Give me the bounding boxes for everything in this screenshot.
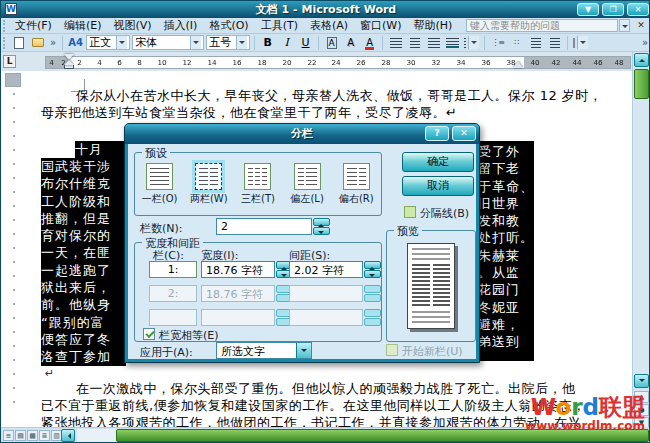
preview-lines bbox=[412, 311, 450, 324]
increase-indent-button[interactable] bbox=[546, 35, 563, 50]
spinner-up-button[interactable] bbox=[313, 218, 330, 226]
spacing-stepper-2 bbox=[364, 285, 381, 302]
scroll-up-button[interactable] bbox=[634, 53, 649, 67]
preset-three-columns[interactable]: 三栏(T) bbox=[236, 163, 280, 206]
watermark-letter: o bbox=[555, 394, 571, 420]
presets-group-label: 预设 bbox=[142, 146, 170, 161]
spinner-disabled bbox=[364, 318, 381, 326]
menu-item-insert[interactable]: 插入(I) bbox=[158, 18, 204, 33]
character-border-button[interactable]: A bbox=[323, 35, 340, 50]
title-bar: W 文档 1 - Microsoft Word ▼ ❐ ✕ bbox=[1, 1, 650, 18]
menubar-drag-handle[interactable] bbox=[3, 20, 7, 32]
spinner-up-button[interactable] bbox=[364, 261, 381, 269]
character-border-icon: A bbox=[327, 37, 337, 49]
equal-width-checkbox[interactable] bbox=[143, 328, 155, 340]
right-narrow-icon bbox=[343, 163, 370, 190]
ruler-number: 12 bbox=[182, 58, 191, 66]
preset-two-columns[interactable]: 两栏(W) bbox=[187, 163, 231, 206]
line-between-checkbox[interactable] bbox=[404, 206, 416, 218]
toolbar-overflow-button[interactable]: » bbox=[639, 37, 650, 48]
hanging-indent-marker[interactable] bbox=[64, 60, 74, 65]
preset-row: 一栏(O) 两栏(W) 三栏(T) 偏左(L) bbox=[135, 163, 381, 206]
outline-view-button[interactable]: ≣ bbox=[39, 430, 50, 441]
font-size-select[interactable]: 五号 bbox=[206, 35, 250, 50]
ok-button[interactable]: 确定 bbox=[402, 152, 474, 172]
character-shading-button[interactable]: A bbox=[342, 35, 359, 50]
left-narrow-icon bbox=[294, 163, 321, 190]
font-select[interactable]: 宋体 bbox=[132, 35, 204, 50]
menu-item-file[interactable]: 文件(F) bbox=[9, 18, 58, 33]
toolbar-separator bbox=[254, 36, 255, 50]
menubar-close-icon[interactable]: ✕ bbox=[634, 19, 648, 32]
menu-item-table[interactable]: 表格(A) bbox=[304, 18, 354, 33]
cancel-button[interactable]: 取消 bbox=[402, 176, 474, 196]
preset-left[interactable]: 偏左(L) bbox=[285, 163, 329, 206]
chevron-down-icon[interactable] bbox=[296, 343, 311, 358]
spinner-down-button[interactable] bbox=[364, 270, 381, 278]
style-select[interactable]: 正文 bbox=[86, 35, 130, 50]
dialog-title-bar[interactable]: 分栏 ? ✕ bbox=[125, 124, 479, 144]
apply-to-select[interactable]: 所选文字 bbox=[216, 342, 312, 359]
decrease-indent-button[interactable] bbox=[527, 35, 544, 50]
italic-button[interactable]: I bbox=[278, 35, 295, 50]
chevron-down-icon bbox=[468, 36, 479, 49]
open-folder-icon bbox=[32, 38, 44, 47]
selected-line: 国武装干涉 bbox=[41, 158, 126, 175]
spacing-stepper-1[interactable] bbox=[364, 261, 381, 278]
width-input-1[interactable]: 18.76 字符 bbox=[201, 261, 275, 278]
minimize-button[interactable]: ▼ bbox=[577, 3, 599, 16]
right-indent-marker[interactable] bbox=[513, 61, 523, 68]
align-center-button[interactable] bbox=[406, 35, 423, 50]
character-shading-icon: A bbox=[347, 37, 354, 48]
print-layout-view-button[interactable]: ▦ bbox=[27, 430, 38, 441]
scroll-left-button[interactable] bbox=[61, 429, 75, 442]
menu-item-window[interactable]: 窗口(W) bbox=[354, 18, 407, 33]
selected-text-left-column: 国武装干涉 布尔什维克 工人阶级和 推翻，但是 育对保尔的 一天，在匪 一起逃跑… bbox=[41, 158, 126, 366]
menu-item-help[interactable]: 帮助(H) bbox=[408, 18, 459, 33]
bullets-button[interactable]: ∷ bbox=[508, 35, 525, 50]
web-layout-view-button[interactable]: ▤ bbox=[15, 430, 26, 441]
underline-button[interactable]: U bbox=[297, 35, 314, 50]
new-document-button[interactable] bbox=[10, 35, 27, 50]
ruler-number: 28 bbox=[382, 58, 391, 66]
restore-button[interactable]: ❐ bbox=[602, 3, 624, 16]
spacing-input-1[interactable]: 2.02 字符 bbox=[289, 261, 363, 278]
close-button[interactable]: ✕ bbox=[627, 3, 649, 16]
toolbar-drag-handle[interactable] bbox=[3, 37, 7, 49]
toolbar-overflow-button[interactable]: » bbox=[47, 37, 59, 48]
vertical-scrollbar[interactable]: ▲ ● ▼ bbox=[632, 52, 649, 429]
align-right-button[interactable] bbox=[425, 35, 442, 50]
distribute-button[interactable] bbox=[444, 35, 461, 50]
menu-item-view[interactable]: 视图(V) bbox=[107, 18, 157, 33]
help-question-input[interactable]: 键入需要帮助的问题 bbox=[466, 19, 618, 32]
normal-view-button[interactable]: ≡ bbox=[3, 430, 14, 441]
preset-one-column[interactable]: 一栏(O) bbox=[138, 163, 182, 206]
menu-item-edit[interactable]: 编辑(E) bbox=[58, 18, 108, 33]
vertical-scrollbar-thumb[interactable] bbox=[634, 69, 649, 99]
numbering-button[interactable]: ⋮≡ bbox=[489, 35, 506, 50]
selected-line: 留下老 bbox=[478, 160, 534, 177]
open-button[interactable] bbox=[29, 35, 46, 50]
tab-selector-button[interactable]: L bbox=[3, 55, 16, 68]
menu-item-format[interactable]: 格式(O) bbox=[203, 18, 254, 33]
line-spacing-button[interactable] bbox=[463, 35, 480, 50]
preset-right[interactable]: 偏右(R) bbox=[334, 163, 378, 206]
styles-formatting-button[interactable]: A4 bbox=[67, 35, 84, 50]
dialog-help-button[interactable]: ? bbox=[425, 126, 449, 141]
help-dropdown-icon[interactable] bbox=[619, 19, 630, 32]
dialog-close-button[interactable]: ✕ bbox=[452, 126, 476, 141]
highlight-button[interactable] bbox=[572, 35, 589, 50]
selected-line: 处打听。 bbox=[478, 229, 534, 246]
align-left-button[interactable] bbox=[387, 35, 404, 50]
left-indent-marker[interactable] bbox=[64, 65, 74, 69]
columns-count-input[interactable]: 2 bbox=[216, 218, 312, 235]
selected-line: 发和教 bbox=[478, 212, 534, 229]
scroll-down-button[interactable] bbox=[634, 374, 649, 388]
bold-button[interactable]: B bbox=[259, 35, 276, 50]
columns-count-stepper[interactable] bbox=[313, 218, 330, 235]
font-color-button[interactable]: A bbox=[361, 35, 378, 50]
spinner-down-button[interactable] bbox=[313, 227, 330, 235]
selected-line: 受了外 bbox=[478, 143, 534, 160]
indent-marker[interactable] bbox=[64, 54, 74, 70]
menu-item-tools[interactable]: 工具(T) bbox=[255, 18, 304, 33]
